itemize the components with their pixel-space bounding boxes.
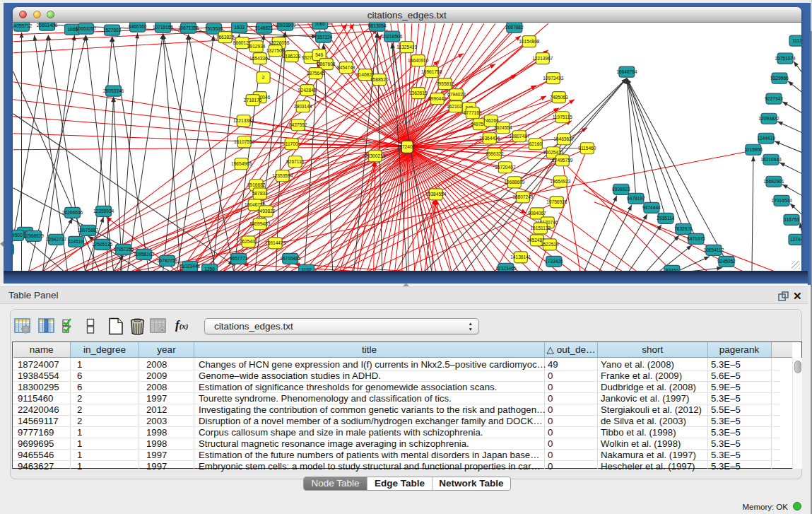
svg-text:15751074: 15751074 (775, 55, 796, 60)
svg-text:18807249: 18807249 (512, 194, 534, 199)
svg-text:3912934: 3912934 (247, 43, 265, 48)
svg-text:14099483: 14099483 (249, 221, 270, 226)
svg-text:2: 2 (261, 74, 264, 79)
svg-text:12213383: 12213383 (233, 117, 254, 122)
svg-text:1244419: 1244419 (757, 135, 775, 140)
svg-text:12942737: 12942737 (45, 237, 66, 242)
svg-text:17016534: 17016534 (771, 197, 792, 202)
svg-text:9777169: 9777169 (463, 110, 481, 115)
svg-text:6466160: 6466160 (128, 23, 146, 28)
svg-text:114519: 114519 (68, 239, 83, 244)
svg-text:19975867: 19975867 (77, 228, 98, 233)
svg-text:16648784: 16648784 (616, 69, 637, 74)
svg-text:10218506: 10218506 (382, 33, 403, 38)
svg-text:9242848: 9242848 (298, 87, 316, 92)
svg-text:16210643: 16210643 (760, 156, 782, 161)
svg-text:20206536: 20206536 (61, 209, 83, 214)
svg-text:11325419: 11325419 (396, 44, 417, 49)
svg-text:10671355: 10671355 (177, 25, 199, 30)
svg-text:7485063: 7485063 (550, 94, 568, 99)
svg-text:15716485: 15716485 (280, 256, 301, 261)
svg-text:12213967: 12213967 (532, 55, 553, 60)
svg-text:11700: 11700 (285, 141, 298, 146)
svg-text:2718176: 2718176 (243, 97, 261, 102)
svg-text:2935114: 2935114 (657, 215, 675, 220)
svg-text:9245052: 9245052 (717, 259, 736, 264)
svg-text:7357224: 7357224 (314, 34, 332, 39)
svg-text:546: 546 (315, 52, 323, 57)
svg-text:8471875: 8471875 (687, 236, 705, 241)
svg-text:10756928: 10756928 (546, 199, 567, 204)
svg-text:26053346: 26053346 (102, 88, 124, 93)
svg-text:3624554: 3624554 (493, 124, 512, 129)
svg-text:19463627: 19463627 (553, 136, 575, 141)
svg-text:587833: 587833 (252, 190, 267, 195)
svg-text:12353594: 12353594 (271, 173, 293, 177)
svg-text:20364436: 20364436 (479, 135, 500, 140)
svg-text:8267110: 8267110 (286, 158, 305, 163)
svg-text:12093822: 12093822 (758, 115, 779, 120)
svg-text:6479197: 6479197 (627, 195, 645, 200)
svg-text:8813054: 8813054 (367, 23, 386, 28)
svg-text:16782759: 16782759 (156, 258, 177, 263)
svg-text:10807487: 10807487 (509, 133, 530, 138)
svg-text:9657771: 9657771 (229, 256, 247, 261)
svg-text:14055712: 14055712 (13, 23, 33, 28)
svg-text:84500: 84500 (13, 233, 23, 238)
svg-text:19654965: 19654965 (230, 160, 252, 165)
svg-text:12744: 12744 (789, 237, 801, 242)
svg-text:16640910: 16640910 (408, 57, 429, 62)
svg-text:20691406: 20691406 (36, 23, 57, 28)
svg-text:10688609: 10688609 (504, 179, 525, 184)
svg-text:12323465: 12323465 (495, 266, 517, 271)
svg-text:1916682: 1916682 (247, 182, 265, 187)
svg-text:11568629: 11568629 (23, 233, 44, 238)
svg-text:9115460: 9115460 (578, 145, 596, 150)
svg-text:7625402: 7625402 (239, 239, 257, 244)
svg-text:8938923: 8938923 (612, 186, 630, 191)
svg-text:10719155: 10719155 (152, 24, 173, 29)
svg-text:19384554: 19384554 (425, 191, 447, 196)
svg-text:8186328: 8186328 (282, 53, 300, 58)
svg-text:16914479: 16914479 (264, 240, 286, 245)
svg-text:9146821: 9146821 (355, 71, 374, 76)
svg-text:19654923: 19654923 (550, 178, 571, 183)
svg-text:116753: 116753 (784, 216, 799, 221)
svg-text:11023448: 11023448 (180, 264, 200, 269)
svg-text:9474444: 9474444 (642, 204, 661, 209)
svg-text:15692901: 15692901 (763, 178, 784, 183)
svg-text:7955812: 7955812 (435, 81, 454, 86)
svg-text:16543362: 16543362 (249, 55, 270, 60)
svg-text:12359934: 12359934 (93, 208, 114, 213)
svg-text:7515526: 7515526 (204, 25, 223, 30)
svg-text:9329966: 9329966 (770, 75, 789, 80)
svg-text:2867608: 2867608 (317, 61, 335, 66)
svg-text:7632621: 7632621 (674, 226, 693, 231)
svg-text:17957255: 17957255 (112, 247, 134, 252)
svg-text:11975115: 11975115 (552, 114, 572, 119)
svg-text:9227343: 9227343 (765, 95, 783, 100)
svg-text:8427552: 8427552 (288, 122, 307, 127)
svg-text:1362615: 1362615 (408, 90, 427, 95)
svg-text:10933809: 10933809 (275, 23, 296, 28)
svg-text:1327509: 1327509 (266, 47, 284, 52)
svg-text:25300213: 25300213 (365, 153, 386, 158)
svg-text:8990443: 8990443 (428, 95, 446, 100)
svg-text:10958107: 10958107 (133, 252, 154, 257)
svg-text:6794023: 6794023 (447, 91, 465, 96)
svg-text:10025433: 10025433 (543, 149, 564, 154)
svg-text:2087682: 2087682 (505, 24, 523, 29)
svg-text:14136141: 14136141 (510, 255, 531, 259)
svg-text:2522514: 2522514 (541, 242, 559, 247)
svg-text:746266: 746266 (483, 117, 498, 122)
svg-text:7663822: 7663822 (216, 34, 234, 39)
svg-text:3215955: 3215955 (744, 146, 763, 151)
svg-text:13226058: 13226058 (268, 40, 289, 45)
svg-text:2803144: 2803144 (293, 103, 312, 108)
svg-text:18724007: 18724007 (396, 144, 418, 148)
svg-text:1065: 1065 (314, 23, 325, 26)
svg-text:1527602: 1527602 (102, 27, 121, 32)
svg-text:1112: 1112 (792, 37, 801, 42)
svg-text:1493822: 1493822 (257, 208, 275, 213)
svg-text:12495759: 12495759 (552, 157, 573, 162)
